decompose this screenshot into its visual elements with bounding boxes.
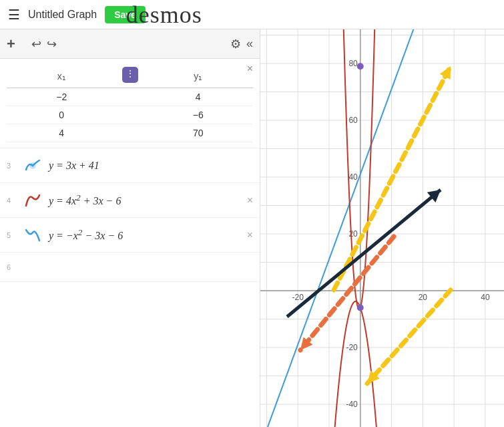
add-expression-button[interactable]: + xyxy=(7,35,15,53)
toolbar: + ↩ ↪ ⚙ « xyxy=(0,29,260,59)
graph-area[interactable] xyxy=(260,29,504,427)
row-number-6: 6 xyxy=(7,263,11,271)
row-number-5: 5 xyxy=(7,231,11,239)
row-number-4: 4 xyxy=(7,196,11,204)
row-number-3: 3 xyxy=(7,162,11,170)
table-row[interactable]: 0 −6 xyxy=(7,106,253,124)
col-x-header: x₁ xyxy=(7,64,117,88)
main: + ↩ ↪ ⚙ « × x₁ xyxy=(0,29,504,427)
dice-icon[interactable] xyxy=(122,67,138,83)
svg-line-7 xyxy=(287,190,441,317)
collapse-icon[interactable]: « xyxy=(246,37,253,51)
table-container: × x₁ y₁ xyxy=(0,59,260,148)
redo-button[interactable]: ↪ xyxy=(47,37,57,51)
empty-row-6[interactable]: 6 xyxy=(0,253,260,282)
arrows-overlay xyxy=(260,29,504,427)
table-body: −2 4 0 −6 4 70 xyxy=(7,88,253,142)
table-row[interactable]: 4 70 xyxy=(7,124,253,142)
expression-list: × x₁ y₁ xyxy=(0,59,260,427)
data-table: x₁ y₁ −2 4 0 −6 xyxy=(7,64,253,142)
expr-icon-4 xyxy=(23,191,42,210)
table-cell-x[interactable]: −2 xyxy=(7,88,117,106)
table-row[interactable]: −2 4 xyxy=(7,88,253,106)
header: ☰ Untitled Graph Save desmos xyxy=(0,0,504,29)
table-cell-spacer xyxy=(117,88,144,106)
expression-row-3[interactable]: 3 y = 3x + 41 xyxy=(0,148,260,183)
table-close-button[interactable]: × xyxy=(247,63,253,75)
expression-row-5[interactable]: 5 y = −x2 − 3x − 6 × xyxy=(0,218,260,253)
expression-formula-5: y = −x2 − 3x − 6 xyxy=(49,227,123,242)
table-cell-spacer xyxy=(117,106,144,124)
desmos-logo: desmos xyxy=(126,1,379,29)
expression-formula-4: y = 4x2 + 3x − 6 xyxy=(49,192,121,207)
table-cell-x[interactable]: 4 xyxy=(7,124,117,142)
svg-line-1 xyxy=(334,66,451,290)
undo-button[interactable]: ↩ xyxy=(31,37,41,51)
table-cell-y[interactable]: 4 xyxy=(144,88,254,106)
col-y-header: y₁ xyxy=(144,64,254,88)
settings-icon[interactable]: ⚙ xyxy=(230,37,241,51)
graph-title: Untitled Graph xyxy=(28,9,97,21)
expression-formula-3: y = 3x + 41 xyxy=(49,160,99,172)
expression-close-5[interactable]: × xyxy=(247,229,253,241)
left-panel: + ↩ ↪ ⚙ « × x₁ xyxy=(0,29,260,427)
table-cell-y[interactable]: −6 xyxy=(144,106,254,124)
table-cell-spacer xyxy=(117,124,144,142)
svg-line-3 xyxy=(367,290,451,384)
expression-close-4[interactable]: × xyxy=(247,194,253,206)
expression-row-4[interactable]: 4 y = 4x2 + 3x − 6 × xyxy=(0,183,260,218)
table-cell-x[interactable]: 0 xyxy=(7,106,117,124)
col-icon-header[interactable] xyxy=(117,64,144,88)
svg-point-0 xyxy=(29,162,36,169)
expr-icon-3 xyxy=(23,156,42,175)
expr-icon-5 xyxy=(23,226,42,245)
table-cell-y[interactable]: 70 xyxy=(144,124,254,142)
hamburger-icon[interactable]: ☰ xyxy=(8,7,20,23)
